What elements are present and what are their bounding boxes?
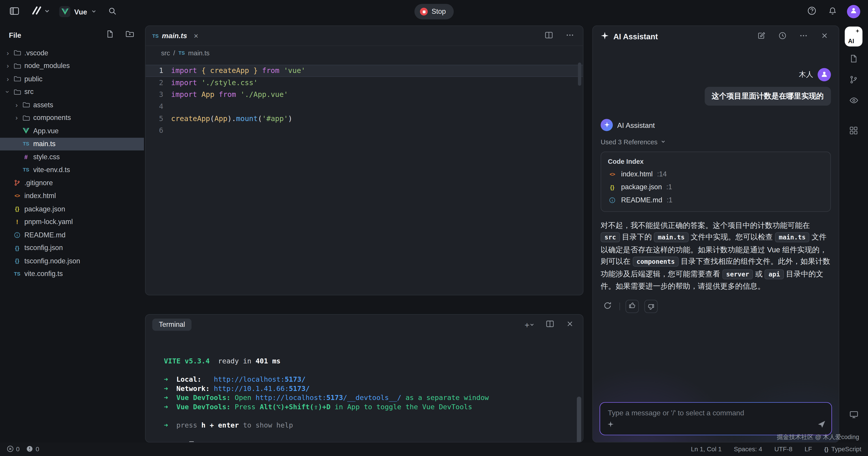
tree-item-tsconfig.json[interactable]: {}tsconfig.json	[0, 241, 144, 255]
tab-close-icon[interactable]: ×	[194, 31, 198, 40]
tree-item-.vscode[interactable]: ›.vscode	[0, 46, 144, 60]
ai-more-button[interactable]	[797, 30, 810, 43]
warning-icon: !	[12, 219, 22, 225]
line-number: 5	[146, 113, 171, 125]
editor-scrollbar[interactable]	[578, 63, 581, 86]
terminal-line: ➜ Local: http://localhost:5173/	[164, 375, 583, 384]
breadcrumb-file[interactable]: main.ts	[188, 49, 210, 57]
typescript-icon: TS	[21, 141, 31, 146]
code-text: createApp(App).mount('#app')	[171, 113, 292, 125]
new-terminal-button[interactable]: +	[523, 318, 536, 331]
terminal-tab[interactable]: Terminal	[152, 319, 191, 331]
chat-input[interactable]: Type a message or '/' to select a comman…	[599, 402, 832, 435]
regenerate-button[interactable]	[600, 299, 614, 313]
editor-more-button[interactable]	[563, 29, 577, 42]
topbar-left: Vue	[8, 5, 119, 18]
code-editor[interactable]: 1import { createApp } from 'vue'2import …	[146, 60, 583, 137]
split-terminal-button[interactable]	[543, 318, 556, 331]
tree-item-label: .gitignore	[24, 179, 53, 187]
new-chat-button[interactable]	[754, 30, 768, 43]
breadcrumb-folder[interactable]: src	[161, 49, 170, 57]
toolbar-preview-button[interactable]	[845, 93, 862, 109]
tree-item-vite.config.ts[interactable]: TSvite.config.ts	[0, 267, 144, 281]
split-editor-button[interactable]	[542, 29, 555, 42]
html-icon: <>	[608, 171, 617, 177]
tree-item-tsconfig.node.json[interactable]: {}tsconfig.node.json	[0, 255, 144, 268]
ai-panel-title: AI Assistant	[613, 32, 658, 41]
tree-item-main.ts[interactable]: TSmain.ts	[0, 137, 144, 151]
thumbs-up-button[interactable]	[625, 299, 639, 313]
topbar-right	[805, 5, 860, 18]
warnings-indicator[interactable]: 0	[26, 445, 39, 454]
terminal-line: ➜ press h + enter to show help	[164, 421, 583, 430]
code-index-item-index.html[interactable]: <>index.html:14	[608, 168, 824, 181]
errors-indicator[interactable]: 0	[6, 445, 20, 454]
project-name: Vue	[74, 7, 87, 16]
tree-item-style.css[interactable]: #style.css	[0, 151, 144, 164]
code-line-5: 5createApp(App).mount('#app')	[146, 113, 583, 125]
tree-item-node_modules[interactable]: ›node_modules	[0, 59, 144, 72]
split-icon	[546, 320, 554, 330]
person-icon	[820, 70, 828, 79]
tree-item-App.vue[interactable]: App.vue	[0, 125, 144, 137]
tree-item-components[interactable]: ›components	[0, 111, 144, 125]
config-icon: {}	[12, 258, 22, 264]
references-toggle[interactable]: Used 3 References	[600, 138, 831, 146]
send-button[interactable]	[817, 420, 826, 430]
tree-item-src[interactable]: ›src	[0, 85, 144, 98]
thumbs-down-button[interactable]	[645, 299, 658, 313]
code-index-title: Code Index	[608, 158, 824, 165]
tree-item-assets[interactable]: ›assets	[0, 98, 144, 111]
tree-item-README.md[interactable]: README.md	[0, 228, 144, 241]
tree-item-label: index.html	[24, 192, 56, 200]
terminal-scrollbar[interactable]	[577, 397, 581, 442]
language-mode[interactable]: {} TypeScript	[824, 446, 861, 452]
eol[interactable]: LF	[804, 446, 812, 452]
tree-item-package.json[interactable]: {}package.json	[0, 202, 144, 216]
stop-icon	[420, 8, 428, 15]
tree-item-pnpm-lock.yaml[interactable]: !pnpm-lock.yaml	[0, 216, 144, 229]
search-button[interactable]	[106, 5, 119, 18]
inline-code-chip: api	[765, 269, 784, 279]
code-index-item-README.md[interactable]: README.md:1	[608, 194, 824, 207]
new-file-button[interactable]	[103, 28, 116, 41]
notifications-button[interactable]	[826, 5, 839, 18]
chat-thread[interactable]: 木人 这个项目里面计数是在哪里实现的 AI Assistant Used 3 R…	[593, 47, 839, 394]
toolbar-extensions-button[interactable]	[845, 123, 862, 139]
divider	[619, 302, 620, 310]
cursor-position[interactable]: Ln 1, Col 1	[691, 446, 722, 452]
app-logo[interactable]	[30, 5, 51, 18]
terminal-output[interactable]: VITE v5.3.4 ready in 401 ms ➜ Local: htt…	[146, 335, 583, 442]
references-label: Used 3 References	[600, 138, 657, 146]
tree-item-public[interactable]: ›public	[0, 72, 144, 86]
reference-name: package.json	[621, 183, 662, 191]
toolbar-ai-button[interactable]: AI	[845, 27, 862, 46]
tree-item-.gitignore[interactable]: .gitignore	[0, 176, 144, 190]
close-ai-panel-button[interactable]	[817, 30, 831, 43]
code-index-item-package.json[interactable]: {}package.json:1	[608, 181, 824, 194]
person-icon	[850, 6, 857, 17]
sidebar-toggle-button[interactable]	[8, 5, 21, 18]
indentation[interactable]: Spaces: 4	[734, 446, 762, 452]
tab-main-ts[interactable]: TS main.ts ×	[152, 31, 198, 40]
user-avatar-topbar[interactable]	[847, 5, 860, 18]
project-selector[interactable]: Vue	[59, 6, 97, 17]
stop-button[interactable]: Stop	[414, 4, 454, 20]
new-folder-button[interactable]	[123, 28, 136, 41]
ai-label: AI	[848, 38, 854, 44]
toolbar-git-button[interactable]	[845, 72, 862, 88]
close-terminal-button[interactable]	[563, 318, 577, 331]
user-name: 木人	[799, 70, 813, 80]
chevron-down-icon	[91, 7, 97, 16]
chat-history-button[interactable]	[776, 30, 789, 43]
sidebar-title: File	[9, 31, 21, 39]
breadcrumb[interactable]: src / TS main.ts	[146, 46, 583, 60]
tree-item-index.html[interactable]: <>index.html	[0, 190, 144, 203]
statusbar: 0 0 Ln 1, Col 1 Spaces: 4 UTF-8 LF {} Ty…	[0, 443, 868, 456]
toolbar-files-button[interactable]	[845, 51, 862, 67]
encoding[interactable]: UTF-8	[774, 446, 793, 452]
vue-icon	[21, 128, 31, 134]
help-button[interactable]	[805, 5, 818, 18]
toolbar-device-button[interactable]	[845, 407, 862, 423]
tree-item-vite-env.d.ts[interactable]: TSvite-env.d.ts	[0, 164, 144, 176]
